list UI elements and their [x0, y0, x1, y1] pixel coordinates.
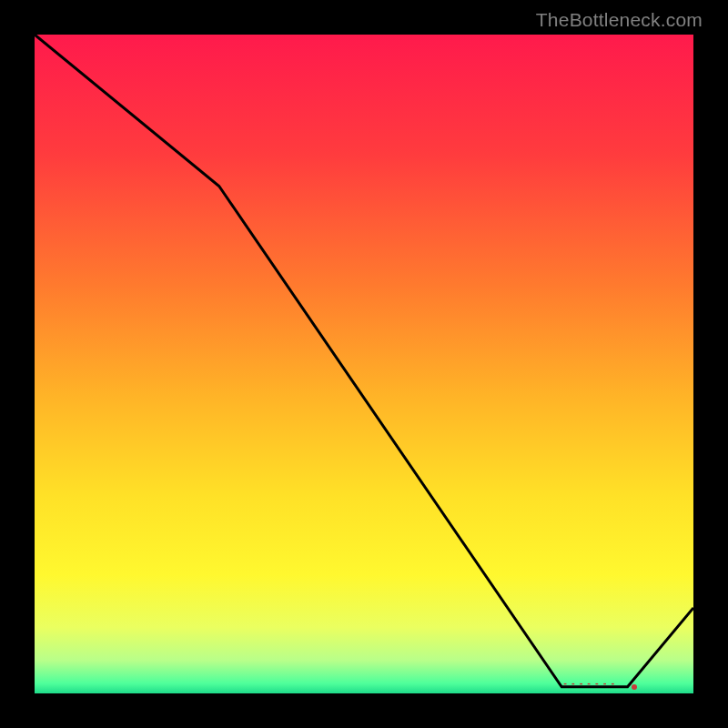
watermark-text: TheBottleneck.com [536, 9, 703, 31]
marker-point [632, 684, 637, 690]
series-layer [35, 35, 693, 693]
chart-frame: TheBottleneck.com - - - - - - - [0, 0, 728, 728]
flat-segment-label: - - - - - - - [563, 677, 615, 688]
series-bottleneck-curve [35, 35, 693, 687]
plot-area: - - - - - - - [33, 33, 695, 695]
